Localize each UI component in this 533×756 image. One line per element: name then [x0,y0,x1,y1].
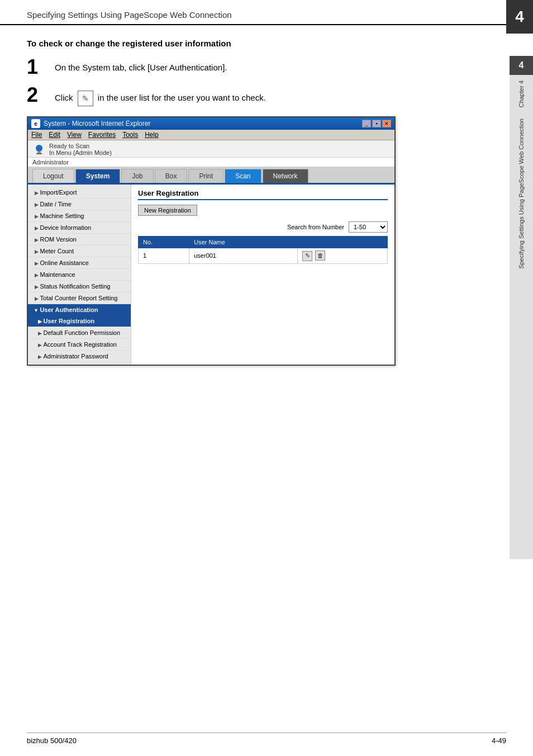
tab-print[interactable]: Print [188,169,223,183]
browser-content: Ready to Scan In Menu (Admin Mode) Admin… [28,140,394,365]
tab-job[interactable]: Job [121,169,153,183]
search-dropdown[interactable]: 1-50 [349,221,388,233]
browser-window: e System - Microsoft Internet Explorer _… [27,116,396,366]
right-sidebar: 4 Chapter 4 Specifying Settings Using Pa… [510,56,533,559]
admin-label: Administrator [28,158,394,167]
browser-layout: Import/Export Date / Time Machine Settin… [28,185,394,365]
sidebar-item-admin-password[interactable]: Administrator Password [28,351,131,362]
search-row: Search from Number 1-50 [138,221,388,233]
browser-titlebar-left: e System - Microsoft Internet Explorer [31,119,150,128]
browser-controls[interactable]: _ ▪ ✕ [362,120,391,127]
menu-favorites[interactable]: Favorites [88,131,116,139]
sidebar-item-status-notification[interactable]: Status Notification Setting [28,281,131,292]
content-title: User Registration [138,189,388,200]
browser-menubar: File Edit View Favorites Tools Help [28,130,394,140]
new-registration-btn[interactable]: New Registration [138,205,197,216]
step-2-text: Click ✎ in the user list for the user yo… [55,87,506,106]
vertical-section-label: Specifying Settings Using PageScope Web … [517,113,526,275]
footer-model: bizhub 500/420 [27,736,77,745]
sidebar-item-meter-count[interactable]: Meter Count [28,245,131,257]
sidebar-item-device-information[interactable]: Device Information [28,222,131,234]
browser-title-text: System - Microsoft Internet Explorer [44,120,150,127]
browser-titlebar: e System - Microsoft Internet Explorer _… [28,117,394,130]
menu-help[interactable]: Help [145,131,159,139]
sidebar: Import/Export Date / Time Machine Settin… [28,185,131,365]
browser-icon: e [31,119,40,128]
minimize-button[interactable]: _ [362,120,371,127]
step-2-number: 2 [27,85,55,105]
tab-system[interactable]: System [75,169,121,183]
restore-button[interactable]: ▪ [372,120,381,127]
col-no: No. [139,237,189,248]
status-line2: In Menu (Admin Mode) [49,149,112,156]
page-number: 4 [515,8,524,26]
svg-rect-2 [36,153,42,154]
edit-icon-row[interactable]: ✎ [302,251,312,261]
menu-tools[interactable]: Tools [122,131,138,139]
sidebar-item-account-track[interactable]: Account Track Registration [28,339,131,351]
sidebar-item-maintenance[interactable]: Maintenance [28,269,131,281]
status-text-group: Ready to Scan In Menu (Admin Mode) [49,143,112,156]
menu-edit[interactable]: Edit [49,131,60,139]
sidebar-item-machine-setting[interactable]: Machine Setting [28,210,131,222]
scanner-icon [34,144,45,155]
status-line1: Ready to Scan [49,143,112,149]
main-content: To check or change the registered user i… [0,25,533,390]
delete-icon-row[interactable]: 🗑 [315,251,325,261]
content-area: User Registration New Registration Searc… [131,185,394,365]
edit-icon: ✎ [78,91,93,106]
svg-point-0 [36,145,42,152]
step-1-text: On the System tab, click [User Authentic… [55,59,506,72]
sidebar-item-import-export[interactable]: Import/Export [28,187,131,199]
menu-view[interactable]: View [67,131,82,139]
step-2: 2 Click ✎ in the user list for the user … [27,87,506,106]
sidebar-item-default-function[interactable]: Default Function Permission [28,327,131,339]
col-actions [298,237,388,248]
cell-username: user001 [189,248,298,264]
nav-tabs: Logout System Job Box Print Scan Network [28,167,394,185]
section-title: To check or change the registered user i… [27,39,506,48]
tab-network[interactable]: Network [263,169,308,183]
chapter-number: 4 [510,56,533,75]
col-username: User Name [189,237,298,248]
page-header: Specifying Settings Using PageScope Web … [0,0,533,25]
step-1-number: 1 [27,57,55,77]
sidebar-item-total-counter[interactable]: Total Counter Report Setting [28,292,131,304]
browser-status: Ready to Scan In Menu (Admin Mode) [28,140,394,158]
cell-actions: ✎ 🗑 [298,248,388,264]
sidebar-section-user-auth[interactable]: User Authentication [28,304,131,315]
page-footer: bizhub 500/420 4-49 [27,733,506,745]
header-title: Specifying Settings Using PageScope Web … [27,10,232,20]
tab-logout[interactable]: Logout [32,169,74,183]
tab-box[interactable]: Box [155,169,188,183]
menu-file[interactable]: File [31,131,42,139]
step-1: 1 On the System tab, click [User Authent… [27,59,506,77]
cell-no: 1 [139,248,189,264]
sidebar-item-date-time[interactable]: Date / Time [28,199,131,210]
sidebar-item-rom-version[interactable]: ROM Version [28,234,131,245]
table-row: 1 user001 ✎ 🗑 [139,248,388,264]
close-button[interactable]: ✕ [382,120,391,127]
footer-page: 4-49 [492,736,506,745]
sidebar-item-online-assistance[interactable]: Online Assistance [28,257,131,269]
chapter-label: Chapter 4 [517,75,526,113]
sidebar-item-user-registration[interactable]: User Registration [28,315,131,327]
user-table: No. User Name 1 user001 ✎ [138,236,388,264]
tab-scan[interactable]: Scan [225,169,261,183]
search-label: Search from Number [287,224,344,230]
page-number-tab: 4 [506,0,533,34]
